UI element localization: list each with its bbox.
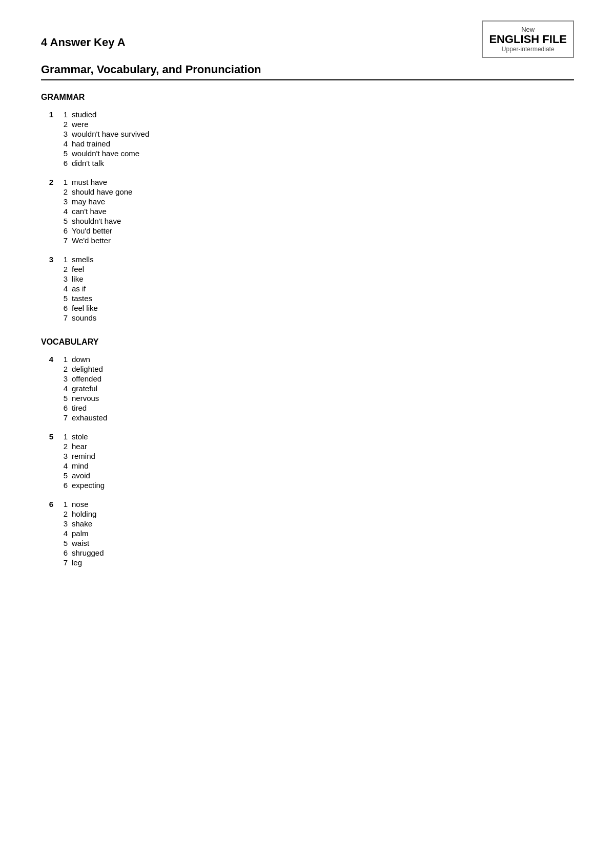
exercise-number bbox=[41, 217, 53, 225]
exercise-number bbox=[41, 413, 53, 422]
exercise-number bbox=[41, 374, 53, 383]
item-number: 3 bbox=[56, 274, 68, 283]
exercise-number bbox=[41, 197, 53, 206]
list-item: 5shouldn't have bbox=[41, 217, 574, 225]
item-text: wouldn't have survived bbox=[72, 130, 149, 138]
exercise-number bbox=[41, 265, 53, 273]
list-item: 5nervous bbox=[41, 394, 574, 403]
list-item: 4mind bbox=[41, 461, 574, 470]
item-number: 5 bbox=[56, 217, 68, 225]
exercise-number bbox=[41, 365, 53, 373]
answer-key-title: 4 Answer Key A bbox=[41, 36, 126, 49]
exercise-4: 41down2delighted3offended4grateful5nervo… bbox=[41, 355, 574, 422]
item-number: 2 bbox=[56, 187, 68, 196]
item-text: smells bbox=[72, 255, 94, 264]
exercise-number bbox=[41, 452, 53, 460]
exercise-number bbox=[41, 304, 53, 312]
list-item: 21must have bbox=[41, 178, 574, 186]
exercise-number bbox=[41, 461, 53, 470]
exercise-number: 1 bbox=[41, 110, 53, 119]
header: 4 Answer Key A New ENGLISH FILE Upper-in… bbox=[41, 20, 574, 58]
exercise-number bbox=[41, 394, 53, 403]
item-number: 3 bbox=[56, 452, 68, 460]
list-item: 6You'd better bbox=[41, 226, 574, 235]
list-item: 2should have gone bbox=[41, 187, 574, 196]
exercise-number bbox=[41, 442, 53, 451]
item-text: We'd better bbox=[72, 236, 111, 245]
item-number: 3 bbox=[56, 519, 68, 528]
exercise-number bbox=[41, 226, 53, 235]
exercise-number: 5 bbox=[41, 432, 53, 441]
item-number: 1 bbox=[56, 432, 68, 441]
item-number: 1 bbox=[56, 178, 68, 186]
list-item: 6didn't talk bbox=[41, 159, 574, 167]
item-text: You'd better bbox=[72, 226, 112, 235]
exercise-number bbox=[41, 284, 53, 293]
exercise-number bbox=[41, 519, 53, 528]
item-text: as if bbox=[72, 284, 86, 293]
item-text: studied bbox=[72, 110, 96, 119]
list-item: 5avoid bbox=[41, 471, 574, 480]
item-number: 1 bbox=[56, 500, 68, 509]
list-item: 7We'd better bbox=[41, 236, 574, 245]
item-text: shake bbox=[72, 519, 92, 528]
list-item: 7exhausted bbox=[41, 413, 574, 422]
item-text: nervous bbox=[72, 394, 99, 403]
exercise-6: 61nose2holding3shake4palm5waist6shrugged… bbox=[41, 500, 574, 567]
item-number: 4 bbox=[56, 461, 68, 470]
exercise-number bbox=[41, 130, 53, 138]
exercise-1: 11studied2were3wouldn't have survived4ha… bbox=[41, 110, 574, 167]
list-item: 3like bbox=[41, 274, 574, 283]
item-text: should have gone bbox=[72, 187, 132, 196]
list-item: 5tastes bbox=[41, 294, 574, 303]
item-number: 1 bbox=[56, 255, 68, 264]
grammar-exercises: 11studied2were3wouldn't have survived4ha… bbox=[41, 110, 574, 322]
item-number: 2 bbox=[56, 120, 68, 129]
item-text: hear bbox=[72, 442, 87, 451]
list-item: 3may have bbox=[41, 197, 574, 206]
exercise-number bbox=[41, 548, 53, 557]
list-item: 7leg bbox=[41, 558, 574, 567]
item-number: 3 bbox=[56, 130, 68, 138]
list-item: 4can't have bbox=[41, 207, 574, 216]
item-number: 1 bbox=[56, 110, 68, 119]
list-item: 6shrugged bbox=[41, 548, 574, 557]
item-text: shouldn't have bbox=[72, 217, 121, 225]
item-text: expecting bbox=[72, 481, 105, 490]
item-text: tastes bbox=[72, 294, 92, 303]
list-item: 7sounds bbox=[41, 313, 574, 322]
item-text: feel like bbox=[72, 304, 98, 312]
exercise-5: 51stole2hear3remind4mind5avoid6expecting bbox=[41, 432, 574, 490]
exercise-number: 4 bbox=[41, 355, 53, 364]
item-number: 7 bbox=[56, 413, 68, 422]
item-text: must have bbox=[72, 178, 107, 186]
list-item: 4had trained bbox=[41, 139, 574, 148]
list-item: 61nose bbox=[41, 500, 574, 509]
item-number: 5 bbox=[56, 294, 68, 303]
list-item: 2delighted bbox=[41, 365, 574, 373]
item-text: were bbox=[72, 120, 89, 129]
item-number: 6 bbox=[56, 304, 68, 312]
list-item: 11studied bbox=[41, 110, 574, 119]
item-number: 4 bbox=[56, 284, 68, 293]
item-number: 3 bbox=[56, 197, 68, 206]
exercise-number bbox=[41, 404, 53, 412]
item-number: 4 bbox=[56, 207, 68, 216]
item-text: nose bbox=[72, 500, 89, 509]
exercise-number bbox=[41, 471, 53, 480]
list-item: 6feel like bbox=[41, 304, 574, 312]
item-number: 6 bbox=[56, 159, 68, 167]
list-item: 3wouldn't have survived bbox=[41, 130, 574, 138]
exercise-number bbox=[41, 384, 53, 393]
list-item: 6expecting bbox=[41, 481, 574, 490]
list-item: 41down bbox=[41, 355, 574, 364]
item-text: palm bbox=[72, 529, 89, 538]
item-text: delighted bbox=[72, 365, 103, 373]
item-text: wouldn't have come bbox=[72, 149, 139, 158]
item-text: tired bbox=[72, 404, 87, 412]
item-number: 5 bbox=[56, 394, 68, 403]
exercise-number bbox=[41, 207, 53, 216]
item-number: 6 bbox=[56, 404, 68, 412]
exercise-number bbox=[41, 558, 53, 567]
item-text: had trained bbox=[72, 139, 110, 148]
